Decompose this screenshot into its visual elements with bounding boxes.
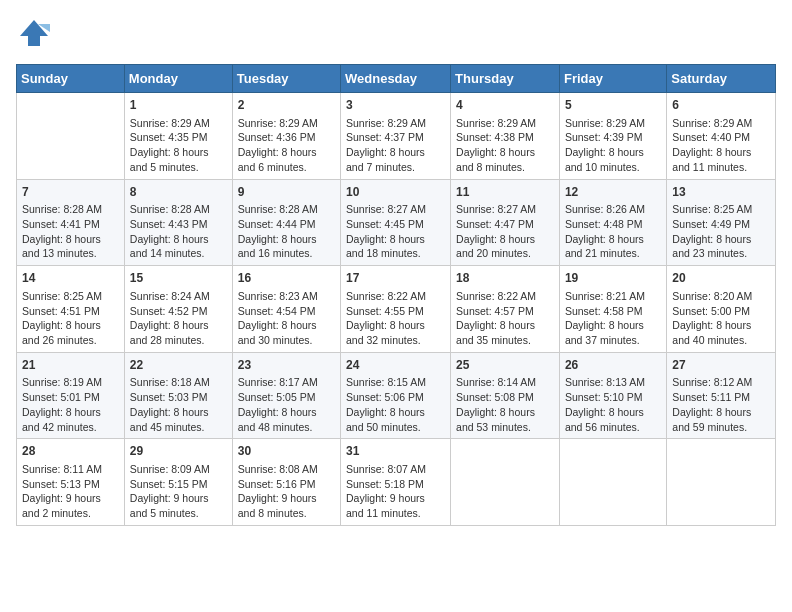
calendar-cell: 12Sunrise: 8:26 AM Sunset: 4:48 PM Dayli…: [559, 179, 666, 266]
day-info: Sunrise: 8:17 AM Sunset: 5:05 PM Dayligh…: [238, 375, 335, 434]
day-info: Sunrise: 8:29 AM Sunset: 4:37 PM Dayligh…: [346, 116, 445, 175]
day-of-week-header: Saturday: [667, 65, 776, 93]
calendar-cell: [17, 93, 125, 180]
day-number: 22: [130, 357, 227, 374]
day-number: 28: [22, 443, 119, 460]
day-info: Sunrise: 8:13 AM Sunset: 5:10 PM Dayligh…: [565, 375, 661, 434]
day-info: Sunrise: 8:24 AM Sunset: 4:52 PM Dayligh…: [130, 289, 227, 348]
calendar-cell: 21Sunrise: 8:19 AM Sunset: 5:01 PM Dayli…: [17, 352, 125, 439]
calendar-week-row: 7Sunrise: 8:28 AM Sunset: 4:41 PM Daylig…: [17, 179, 776, 266]
day-number: 18: [456, 270, 554, 287]
calendar-cell: 16Sunrise: 8:23 AM Sunset: 4:54 PM Dayli…: [232, 266, 340, 353]
day-info: Sunrise: 8:29 AM Sunset: 4:36 PM Dayligh…: [238, 116, 335, 175]
calendar-cell: 28Sunrise: 8:11 AM Sunset: 5:13 PM Dayli…: [17, 439, 125, 526]
calendar-header-row: SundayMondayTuesdayWednesdayThursdayFrid…: [17, 65, 776, 93]
calendar-cell: [451, 439, 560, 526]
calendar-cell: 17Sunrise: 8:22 AM Sunset: 4:55 PM Dayli…: [341, 266, 451, 353]
calendar-week-row: 28Sunrise: 8:11 AM Sunset: 5:13 PM Dayli…: [17, 439, 776, 526]
day-number: 3: [346, 97, 445, 114]
day-info: Sunrise: 8:07 AM Sunset: 5:18 PM Dayligh…: [346, 462, 445, 521]
calendar-cell: [559, 439, 666, 526]
day-number: 17: [346, 270, 445, 287]
day-info: Sunrise: 8:18 AM Sunset: 5:03 PM Dayligh…: [130, 375, 227, 434]
svg-rect-2: [28, 36, 40, 46]
day-info: Sunrise: 8:15 AM Sunset: 5:06 PM Dayligh…: [346, 375, 445, 434]
calendar-cell: 31Sunrise: 8:07 AM Sunset: 5:18 PM Dayli…: [341, 439, 451, 526]
calendar-cell: 13Sunrise: 8:25 AM Sunset: 4:49 PM Dayli…: [667, 179, 776, 266]
day-of-week-header: Wednesday: [341, 65, 451, 93]
calendar-cell: 5Sunrise: 8:29 AM Sunset: 4:39 PM Daylig…: [559, 93, 666, 180]
day-info: Sunrise: 8:29 AM Sunset: 4:35 PM Dayligh…: [130, 116, 227, 175]
calendar-cell: 26Sunrise: 8:13 AM Sunset: 5:10 PM Dayli…: [559, 352, 666, 439]
day-info: Sunrise: 8:29 AM Sunset: 4:38 PM Dayligh…: [456, 116, 554, 175]
day-number: 14: [22, 270, 119, 287]
day-of-week-header: Thursday: [451, 65, 560, 93]
calendar-cell: 2Sunrise: 8:29 AM Sunset: 4:36 PM Daylig…: [232, 93, 340, 180]
day-of-week-header: Friday: [559, 65, 666, 93]
day-info: Sunrise: 8:25 AM Sunset: 4:49 PM Dayligh…: [672, 202, 770, 261]
day-number: 4: [456, 97, 554, 114]
calendar-cell: 1Sunrise: 8:29 AM Sunset: 4:35 PM Daylig…: [124, 93, 232, 180]
calendar-week-row: 1Sunrise: 8:29 AM Sunset: 4:35 PM Daylig…: [17, 93, 776, 180]
day-number: 26: [565, 357, 661, 374]
day-info: Sunrise: 8:28 AM Sunset: 4:41 PM Dayligh…: [22, 202, 119, 261]
day-number: 31: [346, 443, 445, 460]
day-of-week-header: Monday: [124, 65, 232, 93]
day-info: Sunrise: 8:22 AM Sunset: 4:57 PM Dayligh…: [456, 289, 554, 348]
day-number: 25: [456, 357, 554, 374]
day-number: 15: [130, 270, 227, 287]
day-info: Sunrise: 8:28 AM Sunset: 4:44 PM Dayligh…: [238, 202, 335, 261]
day-number: 8: [130, 184, 227, 201]
day-info: Sunrise: 8:20 AM Sunset: 5:00 PM Dayligh…: [672, 289, 770, 348]
day-number: 23: [238, 357, 335, 374]
day-of-week-header: Sunday: [17, 65, 125, 93]
day-info: Sunrise: 8:29 AM Sunset: 4:39 PM Dayligh…: [565, 116, 661, 175]
page-header: [16, 16, 776, 52]
day-number: 9: [238, 184, 335, 201]
day-number: 11: [456, 184, 554, 201]
calendar-week-row: 14Sunrise: 8:25 AM Sunset: 4:51 PM Dayli…: [17, 266, 776, 353]
day-info: Sunrise: 8:23 AM Sunset: 4:54 PM Dayligh…: [238, 289, 335, 348]
calendar-cell: 8Sunrise: 8:28 AM Sunset: 4:43 PM Daylig…: [124, 179, 232, 266]
day-info: Sunrise: 8:28 AM Sunset: 4:43 PM Dayligh…: [130, 202, 227, 261]
day-info: Sunrise: 8:11 AM Sunset: 5:13 PM Dayligh…: [22, 462, 119, 521]
day-number: 1: [130, 97, 227, 114]
calendar-cell: 19Sunrise: 8:21 AM Sunset: 4:58 PM Dayli…: [559, 266, 666, 353]
day-number: 12: [565, 184, 661, 201]
day-number: 6: [672, 97, 770, 114]
day-number: 5: [565, 97, 661, 114]
day-number: 19: [565, 270, 661, 287]
calendar-cell: 23Sunrise: 8:17 AM Sunset: 5:05 PM Dayli…: [232, 352, 340, 439]
calendar-week-row: 21Sunrise: 8:19 AM Sunset: 5:01 PM Dayli…: [17, 352, 776, 439]
day-info: Sunrise: 8:08 AM Sunset: 5:16 PM Dayligh…: [238, 462, 335, 521]
calendar-cell: 7Sunrise: 8:28 AM Sunset: 4:41 PM Daylig…: [17, 179, 125, 266]
calendar-cell: 10Sunrise: 8:27 AM Sunset: 4:45 PM Dayli…: [341, 179, 451, 266]
day-info: Sunrise: 8:27 AM Sunset: 4:45 PM Dayligh…: [346, 202, 445, 261]
day-info: Sunrise: 8:09 AM Sunset: 5:15 PM Dayligh…: [130, 462, 227, 521]
day-info: Sunrise: 8:25 AM Sunset: 4:51 PM Dayligh…: [22, 289, 119, 348]
day-number: 7: [22, 184, 119, 201]
calendar-cell: 6Sunrise: 8:29 AM Sunset: 4:40 PM Daylig…: [667, 93, 776, 180]
day-number: 10: [346, 184, 445, 201]
day-number: 2: [238, 97, 335, 114]
day-info: Sunrise: 8:22 AM Sunset: 4:55 PM Dayligh…: [346, 289, 445, 348]
calendar-cell: 18Sunrise: 8:22 AM Sunset: 4:57 PM Dayli…: [451, 266, 560, 353]
day-info: Sunrise: 8:27 AM Sunset: 4:47 PM Dayligh…: [456, 202, 554, 261]
day-number: 29: [130, 443, 227, 460]
calendar-cell: 3Sunrise: 8:29 AM Sunset: 4:37 PM Daylig…: [341, 93, 451, 180]
day-info: Sunrise: 8:14 AM Sunset: 5:08 PM Dayligh…: [456, 375, 554, 434]
calendar-cell: 25Sunrise: 8:14 AM Sunset: 5:08 PM Dayli…: [451, 352, 560, 439]
calendar-cell: 27Sunrise: 8:12 AM Sunset: 5:11 PM Dayli…: [667, 352, 776, 439]
day-info: Sunrise: 8:19 AM Sunset: 5:01 PM Dayligh…: [22, 375, 119, 434]
day-number: 27: [672, 357, 770, 374]
calendar-cell: 22Sunrise: 8:18 AM Sunset: 5:03 PM Dayli…: [124, 352, 232, 439]
calendar-cell: [667, 439, 776, 526]
calendar-cell: 29Sunrise: 8:09 AM Sunset: 5:15 PM Dayli…: [124, 439, 232, 526]
day-info: Sunrise: 8:26 AM Sunset: 4:48 PM Dayligh…: [565, 202, 661, 261]
calendar-cell: 14Sunrise: 8:25 AM Sunset: 4:51 PM Dayli…: [17, 266, 125, 353]
day-number: 21: [22, 357, 119, 374]
day-number: 24: [346, 357, 445, 374]
day-number: 13: [672, 184, 770, 201]
day-number: 16: [238, 270, 335, 287]
day-of-week-header: Tuesday: [232, 65, 340, 93]
